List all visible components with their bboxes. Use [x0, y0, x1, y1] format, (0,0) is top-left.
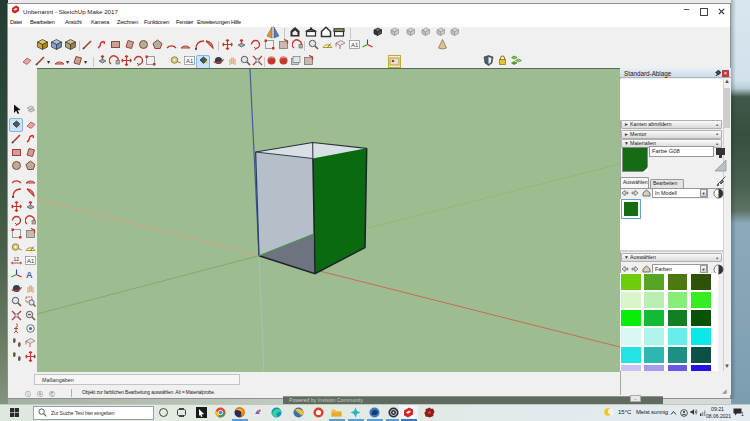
svg-text:A1: A1: [351, 42, 359, 48]
svg-text:A1: A1: [186, 58, 194, 64]
svg-text:12: 12: [14, 256, 20, 262]
svg-text:A1: A1: [27, 258, 35, 264]
svg-text:A: A: [26, 270, 33, 280]
